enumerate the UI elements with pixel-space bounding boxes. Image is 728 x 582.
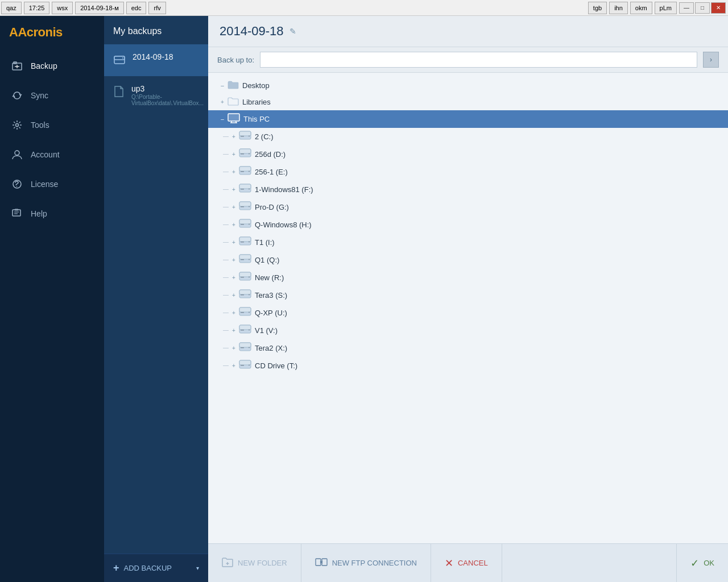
tree-expander-c-drive[interactable]: +: [229, 134, 239, 140]
svg-rect-86: [322, 559, 327, 566]
tree-expander-q-drive[interactable]: +: [229, 257, 239, 263]
svg-rect-72: [239, 325, 251, 330]
tree-expander-r-drive[interactable]: +: [229, 275, 239, 281]
ok-icon: ✓: [690, 557, 699, 569]
tree-expander-this-pc[interactable]: –: [217, 114, 228, 124]
tree-node-g-drive[interactable]: + Pro-D (G:): [208, 198, 728, 216]
taskbar-item-2014[interactable]: 2014-09-18-м: [75, 2, 124, 14]
tree-expander-i-drive[interactable]: +: [229, 239, 239, 246]
tree-expander-h-drive[interactable]: +: [229, 222, 239, 228]
new-folder-button[interactable]: NEW FOLDER: [208, 544, 301, 582]
maximize-button[interactable]: □: [695, 2, 710, 14]
tree-expander-e-drive[interactable]: +: [229, 169, 239, 175]
monitor-icon-this-pc: [228, 113, 240, 125]
svg-point-46: [249, 206, 250, 207]
tree-expander-u-drive[interactable]: +: [229, 310, 239, 316]
taskbar-item-ihn[interactable]: ihn: [609, 2, 628, 14]
sidebar-item-license-label: License: [31, 180, 58, 189]
tree-label-f-drive: 1-Windows81 (F:): [255, 185, 313, 194]
sidebar-item-account[interactable]: Account: [0, 140, 104, 169]
taskbar-item-qaz[interactable]: qaz: [1, 2, 22, 14]
backup-to-input[interactable]: [260, 52, 697, 68]
tree-node-q-drive[interactable]: + Q1 (Q:): [208, 251, 728, 269]
tree-node-u-drive[interactable]: + Q-XP (U:): [208, 304, 728, 322]
tree-node-r-drive[interactable]: + New (R:): [208, 269, 728, 286]
drive-icon-x-drive: [239, 342, 251, 354]
svg-rect-41: [241, 189, 244, 190]
tree-expander-t-drive[interactable]: +: [229, 363, 239, 369]
sidebar-item-license[interactable]: License: [0, 169, 104, 199]
taskbar-item-plm[interactable]: pLm: [655, 2, 677, 14]
sidebar-item-account-label: Account: [31, 150, 60, 159]
taskbar-item-okm[interactable]: okm: [630, 2, 652, 14]
tree-node-f-drive[interactable]: + 1-Windows81 (F:): [208, 181, 728, 198]
tree-node-d-drive[interactable]: + 256d (D:): [208, 146, 728, 163]
tree-expander-f-drive[interactable]: +: [229, 186, 239, 193]
svg-rect-44: [239, 202, 251, 206]
taskbar-item-wsx[interactable]: wsx: [52, 2, 73, 14]
edit-icon[interactable]: ✎: [289, 27, 296, 36]
tree-node-x-drive[interactable]: + Tera2 (X:): [208, 339, 728, 357]
tools-icon: [11, 119, 23, 131]
tree-expander-g-drive[interactable]: +: [229, 204, 239, 210]
tree-expander-v-drive[interactable]: +: [229, 327, 239, 334]
svg-line-11: [19, 122, 20, 123]
sidebar: AAcronis Backup: [0, 16, 104, 582]
tree-expander-d-drive[interactable]: +: [229, 151, 239, 157]
sidebar-item-backup[interactable]: Backup: [0, 51, 104, 81]
close-button[interactable]: ✕: [711, 2, 726, 14]
sidebar-item-sync[interactable]: Sync: [0, 81, 104, 110]
svg-point-13: [15, 151, 19, 155]
backup-item-up3[interactable]: up3 Q:\Portable-VirtualBox\data\.Virtual…: [104, 76, 208, 114]
cancel-button[interactable]: ✕ CANCEL: [431, 544, 502, 582]
tree-label-c-drive: 2 (C:): [255, 132, 274, 141]
folder-icon-desktop: [228, 80, 239, 91]
sidebar-item-tools[interactable]: Tools: [0, 110, 104, 140]
tree-node-v-drive[interactable]: + V1 (V:): [208, 322, 728, 339]
tree-expander-s-drive[interactable]: +: [229, 292, 239, 298]
svg-rect-64: [239, 290, 251, 294]
drive-icon-d-drive: [239, 148, 251, 160]
tree-label-x-drive: Tera2 (X:): [255, 344, 287, 352]
taskbar-item-rfv[interactable]: rfv: [148, 2, 166, 14]
backup-to-arrow-button[interactable]: ›: [703, 52, 719, 68]
tree-expander-x-drive[interactable]: +: [229, 345, 239, 351]
tree-node-i-drive[interactable]: + T1 (I:): [208, 234, 728, 251]
taskbar-item-edc[interactable]: edc: [126, 2, 147, 14]
svg-point-62: [249, 277, 250, 278]
svg-rect-57: [241, 259, 244, 260]
tree-label-t-drive: CD Drive (T:): [255, 361, 297, 370]
taskbar: qaz 17:25 wsx 2014-09-18-м edc rfv tgb i…: [0, 0, 728, 16]
tree-node-e-drive[interactable]: + 256-1 (E:): [208, 163, 728, 181]
minimize-button[interactable]: —: [679, 2, 694, 14]
svg-point-54: [249, 242, 250, 243]
tree-node-c-drive[interactable]: + 2 (C:): [208, 128, 728, 146]
tree-node-desktop[interactable]: – Desktop: [208, 77, 728, 94]
backup-item-up3-name: up3: [131, 84, 204, 93]
new-ftp-icon: [315, 557, 328, 569]
tree-label-v-drive: V1 (V:): [255, 326, 278, 335]
cancel-label: CANCEL: [458, 559, 488, 567]
svg-rect-69: [241, 312, 244, 313]
sync-icon: [11, 90, 23, 101]
backup-item-2014[interactable]: 2014-09-18: [104, 44, 208, 76]
svg-point-78: [249, 347, 250, 348]
tree-node-s-drive[interactable]: + Tera3 (S:): [208, 286, 728, 304]
tree-node-h-drive[interactable]: + Q-Windows8 (H:): [208, 216, 728, 234]
new-ftp-button[interactable]: NEW FTP CONNECTION: [301, 544, 431, 582]
tree-node-t-drive[interactable]: + CD Drive (T:): [208, 357, 728, 375]
ok-button[interactable]: ✓ OK: [676, 544, 728, 582]
file-tree: – Desktop + Libraries: [208, 73, 728, 543]
hard-drive-icon: [113, 53, 126, 68]
add-backup-button[interactable]: + ADD BACKUP ▾: [104, 554, 208, 582]
tree-node-libraries[interactable]: + Libraries: [208, 94, 728, 110]
svg-rect-60: [239, 272, 251, 277]
tree-node-this-pc[interactable]: – This PC: [208, 110, 728, 128]
tree-expander-desktop[interactable]: –: [217, 81, 228, 91]
svg-rect-16: [13, 210, 20, 216]
tree-expander-libraries[interactable]: +: [217, 97, 228, 107]
sidebar-item-help[interactable]: Help: [0, 199, 104, 228]
svg-point-4: [16, 124, 19, 127]
taskbar-item-qaz-label: qaz: [6, 5, 16, 11]
taskbar-item-tgb[interactable]: tgb: [588, 2, 607, 14]
